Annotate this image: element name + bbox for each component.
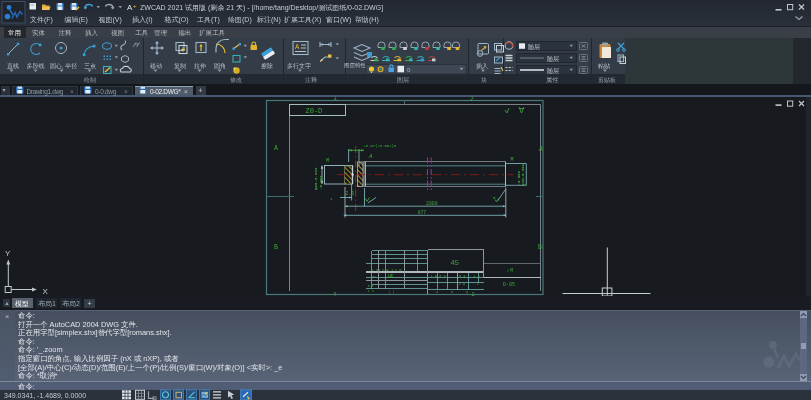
svg-text:L 1: L 1 [474, 274, 480, 278]
svg-text:+: + [133, 3, 137, 9]
svg-text:Z0-D: Z0-D [306, 107, 323, 115]
svg-text:B: B [274, 244, 278, 251]
svg-text:1 1: 1 1 [368, 289, 374, 293]
svg-text:+0.07(+0.002)M: +0.07(+0.002)M [364, 144, 397, 148]
svg-text:12 9: 12 9 [457, 282, 466, 286]
svg-text:-0.009: -0.009 [517, 170, 521, 185]
svg-text:31: 31 [372, 275, 376, 279]
svg-text:-0.007: -0.007 [319, 175, 323, 190]
svg-text:Y: Y [5, 249, 11, 258]
svg-text:5 4: 5 4 [459, 274, 465, 278]
svg-text:45: 45 [451, 259, 459, 267]
svg-text:A: A [539, 146, 543, 153]
svg-text:2.5: 2.5 [346, 191, 355, 196]
svg-text:3.1: 3.1 [368, 284, 374, 288]
svg-text:X: X [43, 287, 49, 296]
svg-text:4 34 C99 1:2 m: 4 34 C99 1:2 m [372, 268, 402, 272]
svg-text:A: A [368, 153, 373, 160]
svg-text:随层: 随层 [547, 67, 559, 75]
svg-text:2: 2 [472, 292, 475, 298]
svg-text:✓M: ✓M [507, 268, 514, 273]
svg-text:A: A [274, 145, 278, 152]
svg-text:HE: HE [388, 274, 394, 279]
svg-text:φ30-0.002: φ30-0.002 [521, 163, 525, 185]
svg-text:R: R [493, 196, 496, 200]
svg-text:M: M [511, 157, 514, 163]
svg-text:2000: 2000 [426, 201, 438, 206]
svg-text:6: 6 [451, 290, 453, 294]
svg-text:2: 2 [470, 96, 474, 103]
svg-text:φ25-0.002: φ25-0.002 [314, 167, 318, 190]
svg-text:A: A [295, 43, 300, 50]
svg-text:随层: 随层 [547, 55, 559, 63]
svg-text:· 1: · 1 [473, 282, 479, 286]
svg-text:B: B [538, 244, 542, 251]
svg-text:4: 4 [436, 290, 438, 294]
svg-text:1 9 8 8: 1 9 8 8 [431, 274, 446, 278]
svg-text:1: 1 [333, 292, 337, 299]
svg-text:9: 9 [466, 290, 468, 294]
svg-text:随层: 随层 [528, 43, 540, 51]
svg-text:M: M [326, 158, 329, 164]
svg-text:1: 1 [330, 197, 333, 201]
svg-text:| |: | | [388, 290, 394, 294]
svg-text:1: 1 [333, 95, 337, 102]
svg-text:877: 877 [418, 210, 427, 215]
svg-text:D-05: D-05 [503, 282, 515, 288]
